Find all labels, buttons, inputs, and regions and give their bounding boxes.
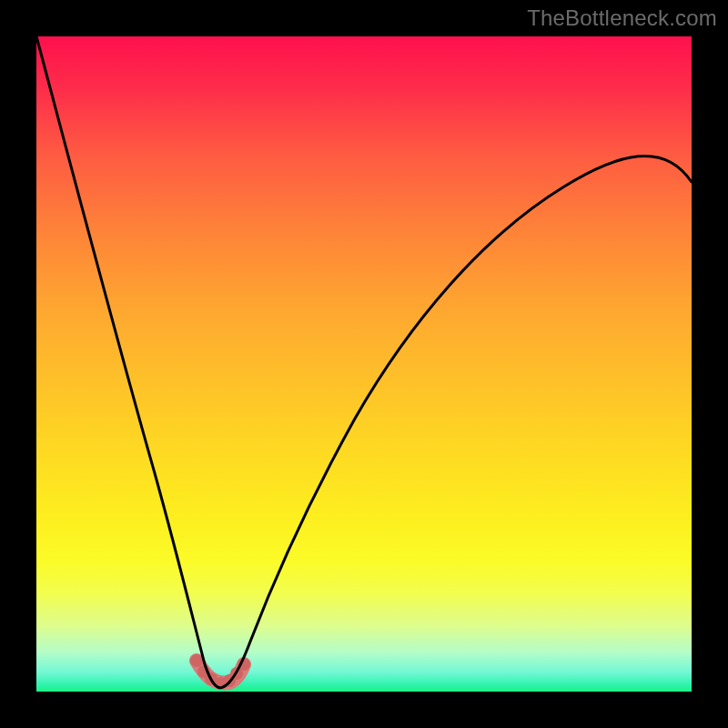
trough-dots: [190, 654, 250, 690]
bottleneck-curve-line: [36, 36, 692, 688]
chart-plot-area: [36, 36, 692, 692]
dot: [190, 654, 203, 667]
watermark-text: TheBottleneck.com: [527, 5, 717, 31]
curve-svg: [36, 36, 692, 692]
